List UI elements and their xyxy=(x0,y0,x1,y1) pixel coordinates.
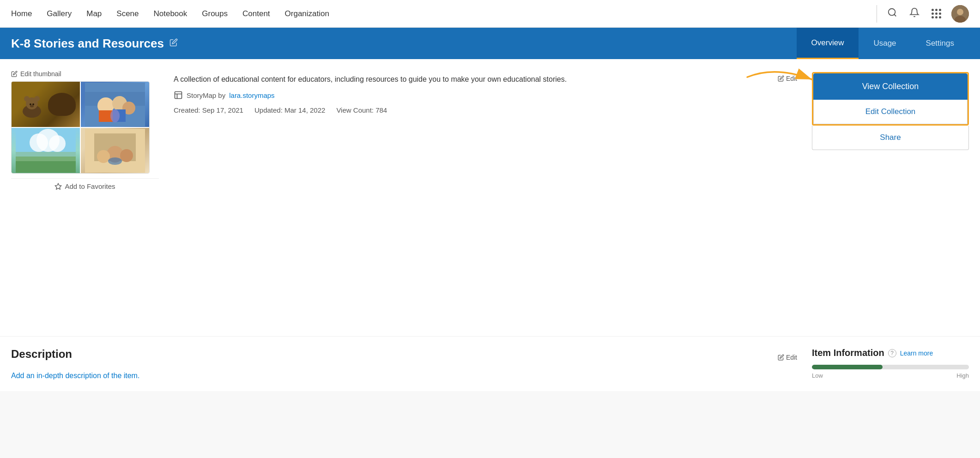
apps-button[interactable] xyxy=(930,7,943,20)
storymap-author-link[interactable]: lara.storymaps xyxy=(229,91,274,99)
edit-thumbnail-label: Edit thumbnail xyxy=(20,70,61,78)
description-title: Description xyxy=(11,348,72,361)
search-icon xyxy=(887,7,897,18)
svg-point-31 xyxy=(108,157,122,165)
svg-point-0 xyxy=(889,9,895,16)
item-info-title: Item Information xyxy=(812,348,884,358)
edit-title-button[interactable] xyxy=(169,38,178,49)
nav-content[interactable]: Content xyxy=(242,9,270,18)
meta-row: Created: Sep 17, 2021 Updated: Mar 14, 2… xyxy=(174,106,797,114)
center-panel: A collection of educational content for … xyxy=(174,70,797,336)
item-info-section: Item Information ? Learn more Low High xyxy=(812,348,969,380)
share-button[interactable]: Share xyxy=(812,126,969,150)
bottom-section: Description Edit Add an in-depth descrip… xyxy=(0,336,980,391)
grid-icon xyxy=(932,9,941,18)
nav-scene[interactable]: Scene xyxy=(116,9,139,18)
svg-point-9 xyxy=(30,103,31,105)
item-description-row: A collection of educational content for … xyxy=(174,74,797,85)
edit-description-inline-button[interactable]: Edit xyxy=(778,74,797,82)
thumb-children xyxy=(81,82,149,127)
search-button[interactable] xyxy=(885,6,899,22)
progress-labels: Low High xyxy=(812,372,969,379)
right-panel: View Collection Edit Collection Share xyxy=(812,70,969,336)
nav-icons xyxy=(877,5,969,23)
user-avatar-image xyxy=(951,5,969,23)
description-section: Description Edit Add an in-depth descrip… xyxy=(11,348,797,380)
progress-high-label: High xyxy=(956,372,969,379)
storymap-icon xyxy=(174,90,183,100)
thumb-classroom xyxy=(81,128,149,173)
edit-thumbnail-button[interactable]: Edit thumbnail xyxy=(11,70,61,78)
progress-bar-fill xyxy=(812,365,883,369)
item-info-title-row: Item Information ? Learn more xyxy=(812,348,969,358)
learn-more-button[interactable]: Learn more xyxy=(900,350,933,357)
pencil-icon xyxy=(778,75,784,82)
nav-map[interactable]: Map xyxy=(86,9,102,18)
thumb-bear xyxy=(12,82,80,127)
edit-description-button[interactable]: Edit xyxy=(778,353,797,361)
svg-point-25 xyxy=(49,135,66,152)
edit-label: Edit xyxy=(786,354,797,361)
svg-point-30 xyxy=(120,149,133,162)
updated-label: Updated: Mar 14, 2022 xyxy=(254,106,325,114)
action-buttons-highlighted: View Collection Edit Collection xyxy=(812,72,969,126)
svg-point-7 xyxy=(24,96,30,102)
progress-bar-container xyxy=(812,365,969,369)
thumbnail-grid xyxy=(11,81,150,174)
svg-point-19 xyxy=(110,109,120,122)
tab-usage[interactable]: Usage xyxy=(859,28,911,59)
svg-marker-32 xyxy=(55,183,61,189)
progress-low-label: Low xyxy=(812,372,823,379)
svg-point-3 xyxy=(957,9,963,15)
description-header-row: Description Edit xyxy=(11,348,797,366)
storymap-row: StoryMap by lara.storymaps xyxy=(174,90,797,100)
svg-line-1 xyxy=(894,14,896,16)
pencil-icon xyxy=(169,38,178,47)
left-panel: Edit thumbnail xyxy=(11,70,159,336)
notification-button[interactable] xyxy=(907,6,921,22)
created-label: Created: Sep 17, 2021 xyxy=(174,106,243,114)
page-title-area: K-8 Stories and Resources xyxy=(11,36,178,51)
nav-notebook[interactable]: Notebook xyxy=(154,9,188,18)
svg-point-29 xyxy=(97,150,110,163)
bell-icon xyxy=(909,7,920,18)
page-title: K-8 Stories and Resources xyxy=(11,36,164,51)
tab-overview[interactable]: Overview xyxy=(797,28,859,59)
info-icon: ? xyxy=(888,349,896,357)
svg-point-8 xyxy=(34,96,40,102)
add-to-favorites-button[interactable]: Add to Favorites xyxy=(11,178,159,194)
nav-organization[interactable]: Organization xyxy=(285,9,329,18)
view-collection-button[interactable]: View Collection xyxy=(813,73,968,100)
nav-gallery[interactable]: Gallery xyxy=(47,9,72,18)
svg-point-11 xyxy=(30,105,34,108)
star-icon xyxy=(54,183,62,190)
main-content: Edit thumbnail xyxy=(0,59,980,336)
tab-settings[interactable]: Settings xyxy=(911,28,969,59)
top-navigation: Home Gallery Map Scene Notebook Groups C… xyxy=(0,0,980,28)
svg-rect-22 xyxy=(16,152,76,161)
page-header: K-8 Stories and Resources Overview Usage… xyxy=(0,28,980,59)
pencil-icon xyxy=(11,71,18,77)
view-count-label: View Count: 784 xyxy=(336,106,387,114)
nav-groups[interactable]: Groups xyxy=(202,9,228,18)
header-tabs: Overview Usage Settings xyxy=(797,28,969,59)
svg-point-10 xyxy=(32,103,34,105)
add-description-link[interactable]: Add an in-depth description of the item. xyxy=(11,372,139,380)
add-favorites-label: Add to Favorites xyxy=(65,182,115,190)
item-description: A collection of educational content for … xyxy=(174,74,774,85)
nav-links: Home Gallery Map Scene Notebook Groups C… xyxy=(11,9,877,18)
storymap-label: StoryMap by xyxy=(187,91,225,99)
avatar[interactable] xyxy=(951,5,969,23)
edit-collection-button[interactable]: Edit Collection xyxy=(813,100,968,124)
pencil-icon xyxy=(778,354,784,361)
nav-home[interactable]: Home xyxy=(11,9,32,18)
thumb-sky xyxy=(12,128,80,173)
svg-rect-33 xyxy=(175,92,182,99)
